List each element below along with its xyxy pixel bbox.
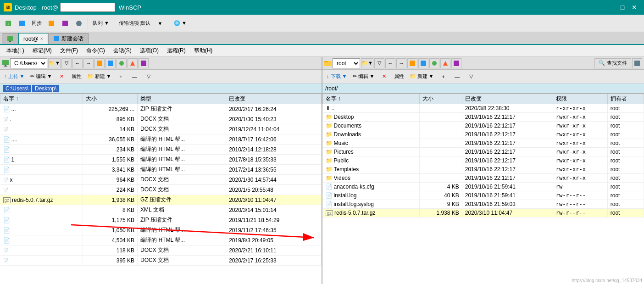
right-delete-btn[interactable]: ✕ bbox=[378, 70, 391, 83]
left-icon5[interactable] bbox=[139, 58, 149, 68]
tab-root[interactable]: root@ × bbox=[18, 33, 48, 44]
col-type-left[interactable]: 类型 bbox=[138, 94, 226, 104]
close-button[interactable]: ✕ bbox=[628, 2, 640, 12]
left-file-row[interactable]: 📄 4,504 KB 编译的 HTML 帮... 2019/8/3 20:49:… bbox=[0, 235, 322, 245]
left-file-row[interactable]: 📄x 964 KB DOCX 文档 2020/1/30 14:57:44 bbox=[0, 175, 322, 185]
left-filter-btn[interactable]: ▽ bbox=[61, 58, 72, 68]
right-file-row[interactable]: 📁Videos 2019/10/16 22:12:17 rwxr-xr-x ro… bbox=[323, 174, 644, 183]
left-file-row[interactable]: 📄 224 KB DOCX 文档 2020/1/5 20:55:48 bbox=[0, 185, 322, 195]
left-filter2-btn[interactable]: ▽ bbox=[142, 70, 155, 83]
right-forward-btn[interactable]: → bbox=[396, 58, 406, 68]
tab-new-session[interactable]: 新建会话 bbox=[48, 33, 89, 44]
right-filter2-btn[interactable]: ▽ bbox=[465, 70, 477, 83]
left-path-desktop[interactable]: Desktop\ bbox=[32, 85, 59, 92]
menu-command[interactable]: 命令(C) bbox=[83, 46, 109, 56]
menu-option[interactable]: 选项(O) bbox=[136, 46, 162, 56]
left-minus-btn[interactable]: — bbox=[128, 70, 141, 83]
left-props-btn[interactable]: 属性 bbox=[69, 70, 84, 83]
toolbar-btn-2[interactable] bbox=[16, 17, 28, 30]
right-browse-btn[interactable]: 📁▼ bbox=[361, 58, 373, 68]
left-forward-btn[interactable]: → bbox=[83, 58, 94, 68]
right-file-row[interactable]: 📁Templates 2019/10/16 22:12:17 rwxr-xr-x… bbox=[323, 165, 644, 174]
col-size-left[interactable]: 大小 bbox=[83, 94, 138, 104]
right-back-btn[interactable]: ← bbox=[385, 58, 395, 68]
right-file-row[interactable]: 📁Public 2019/10/16 22:12:17 rwxr-xr-x ro… bbox=[323, 156, 644, 165]
right-icon4[interactable] bbox=[440, 58, 450, 68]
left-file-row[interactable]: 📄 395 KB DOCX 文档 2020/2/17 16:25:33 bbox=[0, 256, 322, 266]
right-props-btn[interactable]: 属性 bbox=[392, 70, 406, 83]
toolbar-btn-sync[interactable]: 同步 bbox=[29, 17, 44, 30]
left-icon1[interactable] bbox=[94, 58, 105, 68]
left-edit-btn[interactable]: ✏ 编辑 ▼ bbox=[28, 70, 55, 83]
left-icon3[interactable] bbox=[117, 58, 127, 68]
right-download-btn[interactable]: ↓ 下载 ▼ bbox=[324, 70, 350, 83]
left-back-btn[interactable]: ← bbox=[72, 58, 83, 68]
menu-file[interactable]: 文件(F) bbox=[56, 46, 82, 56]
toolbar-btn-3[interactable] bbox=[45, 17, 58, 30]
left-path-local[interactable]: C:\Users\ bbox=[3, 85, 31, 92]
left-file-row[interactable]: 📄 118 KB DOCX 文档 2020/2/21 16:10:11 bbox=[0, 245, 322, 256]
left-path-combo[interactable]: C:\Users\ bbox=[10, 58, 47, 68]
toolbar-btn-globe[interactable]: 🌐 ▼ bbox=[172, 17, 189, 30]
right-icon3[interactable] bbox=[429, 58, 439, 68]
left-file-row[interactable]: 📄 14 KB DOCX 文档 2019/12/24 11:04:04 bbox=[0, 124, 322, 134]
left-file-row[interactable]: 📄 234 KB 编译的 HTML 帮... 2010/2/14 12:18:2… bbox=[0, 145, 322, 155]
toolbar-btn-queue[interactable]: 队列 ▼ bbox=[90, 17, 111, 30]
minimize-button[interactable]: — bbox=[605, 2, 616, 12]
right-icon2[interactable] bbox=[418, 58, 428, 68]
right-file-row[interactable]: 📁Downloads 2019/10/16 22:12:17 rwxr-xr-x… bbox=[323, 130, 644, 139]
left-file-row[interactable]: 📄 3,341 KB 编译的 HTML 帮... 2017/2/14 13:36… bbox=[0, 165, 322, 175]
toolbar-btn-transfer[interactable]: 传输选项 默认 bbox=[117, 17, 153, 30]
right-file-row[interactable]: 📄anaconda-ks.cfg 4 KB 2019/10/16 21:59:4… bbox=[323, 183, 644, 191]
left-icon2[interactable] bbox=[105, 58, 116, 68]
right-plus-btn[interactable]: + bbox=[437, 70, 450, 83]
right-path-combo[interactable]: root bbox=[333, 58, 360, 68]
left-icon4[interactable] bbox=[128, 58, 138, 68]
menu-help[interactable]: 帮助(H) bbox=[190, 46, 217, 56]
left-file-row[interactable]: 📄.... 36,055 KB 编译的 HTML 帮... 2018/7/17 … bbox=[0, 134, 322, 145]
right-edit-btn[interactable]: ✏ 编辑 ▼ bbox=[350, 70, 377, 83]
col-owner-right[interactable]: 拥有者 bbox=[607, 94, 644, 104]
col-date-left[interactable]: 已改变 bbox=[226, 94, 322, 104]
col-perms-right[interactable]: 权限 bbox=[553, 94, 607, 104]
right-file-row[interactable]: 📄install.log.syslog 9 KB 2019/10/16 21:5… bbox=[323, 200, 644, 209]
left-browse-btn[interactable]: 📁▼ bbox=[48, 58, 61, 68]
tab-close-btn[interactable]: × bbox=[40, 36, 43, 41]
left-upload-btn[interactable]: ↑ 上传 ▼ bbox=[2, 70, 27, 83]
left-new-btn[interactable]: 📁 新建 ▼ bbox=[85, 70, 114, 83]
col-name-right[interactable]: 名字 ↑ bbox=[323, 94, 420, 104]
right-icon1[interactable] bbox=[407, 58, 417, 68]
col-date-right[interactable]: 已改变 bbox=[462, 94, 553, 104]
toolbar-dropdown[interactable]: ▼ bbox=[154, 17, 167, 30]
right-extra-btn[interactable] bbox=[632, 58, 642, 68]
right-file-row[interactable]: ⬆.. 2020/3/8 22:38:30 r-xr-xr-x root bbox=[323, 104, 644, 113]
left-plus-btn[interactable]: + bbox=[115, 70, 128, 83]
toolbar-btn-4[interactable] bbox=[59, 17, 72, 30]
col-name-left[interactable]: 名字 ↑ bbox=[0, 94, 83, 104]
right-minus-btn[interactable]: — bbox=[451, 70, 464, 83]
right-file-row[interactable]: 📁Pictures 2019/10/16 22:12:17 rwxr-xr-x … bbox=[323, 148, 644, 156]
right-search-btn[interactable]: 🔍 查找文件 bbox=[594, 58, 631, 68]
left-file-row[interactable]: 📄 1,175 KB ZIP 压缩文件 2019/11/21 18:54:29 bbox=[0, 215, 322, 225]
left-file-row[interactable]: 📄. 895 KB DOCX 文档 2020/1/30 15:40:23 bbox=[0, 114, 322, 124]
col-size-right[interactable]: 大小 bbox=[420, 94, 462, 104]
toolbar-btn-5[interactable] bbox=[72, 17, 85, 30]
maximize-button[interactable]: □ bbox=[616, 2, 628, 12]
toolbar-btn-1[interactable]: + bbox=[2, 17, 15, 30]
right-icon5[interactable] bbox=[451, 58, 461, 68]
right-file-row[interactable]: 📄install.log 40 KB 2019/10/16 21:59:41 r… bbox=[323, 191, 644, 200]
left-file-row[interactable]: gzredis-5.0.7.tar.gz 1,938 KB GZ 压缩文件 20… bbox=[0, 195, 322, 205]
menu-session[interactable]: 会话(S) bbox=[110, 46, 135, 56]
title-input[interactable] bbox=[60, 3, 115, 12]
left-file-row[interactable]: 📄1 1,555 KB 编译的 HTML 帮... 2017/8/18 15:3… bbox=[0, 155, 322, 165]
left-delete-btn[interactable]: ✕ bbox=[56, 70, 68, 83]
right-file-row[interactable]: 📁Music 2019/10/16 22:12:17 rwxr-xr-x roo… bbox=[323, 139, 644, 148]
right-file-row[interactable]: gzredis-5.0.7.tar.gz 1,938 KB 2020/3/10 … bbox=[323, 209, 644, 217]
right-file-row[interactable]: 📁Documents 2019/10/16 22:12:17 rwxr-xr-x… bbox=[323, 122, 644, 130]
menu-remote[interactable]: 远程(R) bbox=[163, 46, 189, 56]
right-filter-btn[interactable]: ▽ bbox=[374, 58, 384, 68]
right-new-btn[interactable]: 📁 新建 ▼ bbox=[407, 70, 436, 83]
menu-local[interactable]: 本地(L) bbox=[3, 46, 28, 56]
right-file-row[interactable]: 📁Desktop 2019/10/16 22:12:17 rwxr-xr-x r… bbox=[323, 113, 644, 122]
left-file-row[interactable]: 📄... 225,269 ... ZIP 压缩文件 2020/2/17 16:2… bbox=[0, 104, 322, 114]
